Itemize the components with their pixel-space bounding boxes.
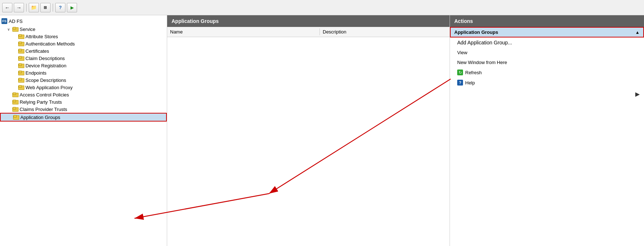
adfs-icon: FS	[1, 18, 7, 24]
folder-icon-certificates	[18, 49, 24, 53]
actions-header: Actions	[450, 15, 644, 27]
main-container: FS AD FS ∨ Service › Attribute Stores	[0, 15, 644, 246]
actions-list: Application Groups ▲ Add Application Gro…	[450, 27, 644, 88]
run-button[interactable]: ▶	[67, 3, 77, 12]
scroll-right-area: ▶	[450, 88, 644, 100]
new-window-label: New Window from Here	[457, 60, 507, 65]
folder-icon-scope-descriptions	[18, 78, 24, 83]
nav-label-claim-descriptions: Claim Descriptions	[25, 56, 65, 61]
forward-button[interactable]: →	[14, 3, 24, 12]
actions-subheader-application-groups: Application Groups ▲	[450, 27, 644, 37]
nav-item-scope-descriptions[interactable]: › Scope Descriptions	[0, 76, 167, 84]
nav-item-attribute-stores[interactable]: › Attribute Stores	[0, 33, 167, 40]
nav-item-certificates[interactable]: › Certificates	[0, 47, 167, 55]
col-header-description: Description	[320, 28, 450, 35]
toolbar-separator-2	[53, 4, 53, 12]
folder-icon-relying-party	[12, 100, 18, 104]
nav-label-scope-descriptions: Scope Descriptions	[25, 78, 66, 83]
center-panel: Application Groups Name Description	[167, 15, 450, 246]
action-help[interactable]: ? Help	[450, 78, 644, 88]
nav-item-application-groups[interactable]: › Application Groups	[0, 113, 167, 122]
nav-label-certificates: Certificates	[25, 48, 49, 54]
run-icon: ▶	[71, 5, 74, 10]
help-icon: ?	[59, 5, 62, 10]
nav-label-adfs: AD FS	[9, 19, 23, 24]
center-panel-header: Application Groups	[167, 15, 450, 27]
actions-panel: Actions Application Groups ▲ Add Applica…	[450, 15, 644, 246]
folder-icon-access-control	[12, 92, 18, 97]
add-application-group-label: Add Application Group...	[457, 40, 512, 45]
folder-icon-claims-provider	[12, 107, 18, 112]
action-new-window[interactable]: New Window from Here	[450, 57, 644, 67]
toolbar-separator-1	[26, 4, 27, 12]
action-add-application-group[interactable]: Add Application Group...	[450, 37, 644, 48]
nav-label-service: Service	[20, 27, 35, 32]
nav-label-auth-methods: Authentication Methods	[25, 41, 75, 47]
nav-label-claims-provider: Claims Provider Trusts	[20, 107, 67, 112]
nav-item-device-registration[interactable]: › Device Registration	[0, 62, 167, 69]
scroll-up-icon[interactable]: ▲	[635, 30, 640, 35]
console-button[interactable]: ⊞	[40, 3, 51, 12]
nav-item-adfs[interactable]: FS AD FS	[0, 17, 167, 25]
nav-label-application-groups: Application Groups	[20, 115, 60, 120]
folder-icon: 📁	[31, 5, 37, 10]
folder-icon-device-registration	[18, 63, 24, 68]
nav-item-service[interactable]: ∨ Service	[0, 25, 167, 33]
refresh-icon: ↻	[457, 70, 463, 75]
help-label: Help	[465, 80, 475, 86]
folder-icon-attribute-stores	[18, 34, 24, 39]
nav-label-web-app-proxy: Web Application Proxy	[25, 85, 73, 90]
col-header-name: Name	[167, 28, 320, 35]
nav-label-relying-party: Relying Party Trusts	[20, 99, 62, 105]
view-label: View	[457, 50, 467, 55]
table-header: Name Description	[167, 27, 450, 37]
nav-item-access-control[interactable]: › Access Control Policies	[0, 91, 167, 98]
back-button[interactable]: ←	[2, 3, 12, 12]
folder-button[interactable]: 📁	[29, 3, 39, 12]
folder-icon-web-app-proxy	[18, 85, 24, 90]
nav-label-device-registration: Device Registration	[25, 63, 67, 68]
action-refresh[interactable]: ↻ Refresh	[450, 67, 644, 78]
nav-item-claim-descriptions[interactable]: › Claim Descriptions	[0, 55, 167, 62]
nav-item-relying-party[interactable]: › Relying Party Trusts	[0, 98, 167, 106]
nav-label-endpoints: Endpoints	[25, 70, 47, 76]
help-button[interactable]: ?	[55, 3, 65, 12]
nav-item-web-app-proxy[interactable]: › Web Application Proxy	[0, 84, 167, 91]
nav-item-endpoints[interactable]: › Endpoints	[0, 69, 167, 76]
refresh-label: Refresh	[465, 70, 482, 75]
help-action-icon: ?	[457, 80, 463, 86]
nav-item-auth-methods[interactable]: › Authentication Methods	[0, 40, 167, 47]
nav-panel: FS AD FS ∨ Service › Attribute Stores	[0, 15, 167, 246]
console-icon: ⊞	[44, 5, 47, 10]
nav-label-attribute-stores: Attribute Stores	[25, 34, 58, 39]
actions-subheader-label: Application Groups	[454, 29, 498, 35]
folder-icon-claim-descriptions	[18, 56, 24, 61]
chevron-icon-service: ∨	[7, 27, 12, 31]
folder-icon-auth-methods	[18, 41, 24, 46]
folder-icon-application-groups	[13, 115, 19, 120]
toolbar: ← → 📁 ⊞ ? ▶	[0, 0, 644, 15]
action-view[interactable]: View	[450, 48, 644, 57]
table-body	[167, 37, 450, 246]
nav-label-access-control: Access Control Policies	[20, 92, 69, 98]
scroll-right-icon[interactable]: ▶	[634, 89, 641, 99]
nav-tree: FS AD FS ∨ Service › Attribute Stores	[0, 15, 167, 123]
folder-icon-endpoints	[18, 71, 24, 75]
folder-icon-service	[12, 27, 18, 32]
nav-item-claims-provider[interactable]: › Claims Provider Trusts	[0, 106, 167, 113]
